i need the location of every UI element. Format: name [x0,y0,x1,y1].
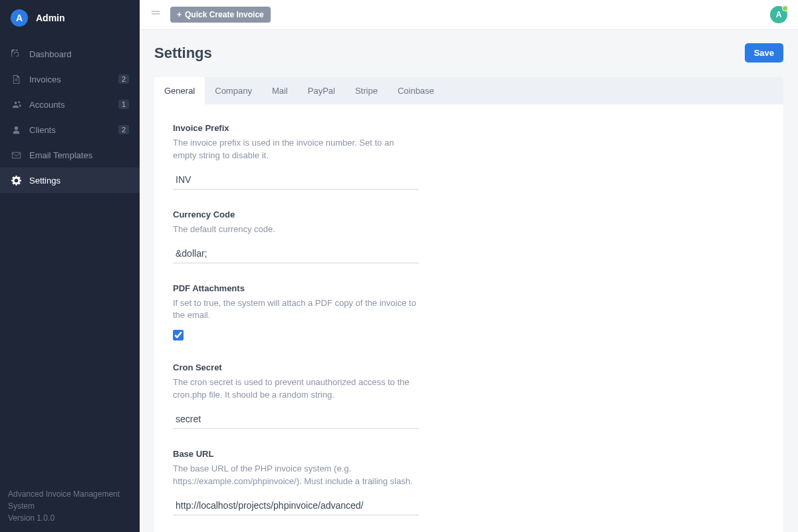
sidebar-item-accounts[interactable]: Accounts 1 [0,92,140,117]
invoice-prefix-label: Invoice Prefix [173,123,419,133]
sidebar-item-clients[interactable]: Clients 2 [0,117,140,142]
sidebar-header: A Admin [0,0,140,36]
sidebar-item-label: Invoices [29,74,61,84]
tab-company[interactable]: Company [205,77,262,104]
pdf-attachments-checkbox[interactable] [173,330,184,340]
form-group-pdf-attachments: PDF Attachments If set to true, the syst… [173,283,419,343]
mail-icon [11,150,21,160]
document-icon [11,74,21,84]
sidebar-nav: Dashboard Invoices 2 Accounts 1 Clients … [0,36,140,481]
invoice-prefix-desc: The invoice prefix is used in the invoic… [173,137,419,162]
quick-create-invoice-button[interactable]: + Quick Create Invoice [170,7,271,23]
quick-create-label: Quick Create Invoice [185,10,264,19]
invoice-prefix-input[interactable] [173,170,419,190]
form-group-invoice-prefix: Invoice Prefix The invoice prefix is use… [173,123,419,190]
users-icon [11,99,21,110]
page-header: Settings Save [154,43,783,63]
sidebar-item-label: Email Templates [29,150,92,160]
page-title: Settings [154,45,212,62]
brand-label: Admin [36,13,65,23]
plus-icon: + [177,10,182,19]
settings-icon [11,175,21,186]
form-group-cron-secret: Cron Secret The cron secret is used to p… [173,362,419,429]
sidebar-footer: Advanced Invoice Management System Versi… [0,481,140,532]
main: + Quick Create Invoice A Settings Save G… [140,0,798,532]
topbar-right: A [770,6,787,23]
cron-secret-input[interactable] [173,410,419,429]
tab-paypal[interactable]: PayPal [298,77,345,104]
menu-toggle-icon[interactable] [150,9,161,20]
sidebar-item-label: Dashboard [29,49,72,59]
sidebar-item-invoices[interactable]: Invoices 2 [0,66,140,92]
footer-line1: Advanced Invoice Management System [8,488,132,512]
dashboard-icon [11,49,21,59]
sidebar-item-dashboard[interactable]: Dashboard [0,41,140,66]
content: Settings Save General Company Mail PayPa… [140,30,798,532]
user-icon [11,124,21,135]
sidebar-item-email-templates[interactable]: Email Templates [0,142,140,168]
sidebar-badge: 2 [118,125,129,134]
tab-coinbase[interactable]: Coinbase [388,77,444,104]
sidebar-badge: 2 [118,74,129,84]
base-url-input[interactable] [173,496,419,515]
base-url-desc: The base URL of the PHP invoice system (… [173,463,419,488]
pdf-attachments-label: PDF Attachments [173,283,419,293]
currency-code-desc: The default currency code. [173,223,419,236]
base-url-label: Base URL [173,449,419,459]
sidebar-item-label: Settings [29,176,61,186]
sidebar-badge: 1 [118,100,129,109]
cron-secret-desc: The cron secret is used to prevent unaut… [173,376,419,402]
topbar: + Quick Create Invoice A [140,0,798,30]
form-group-base-url: Base URL The base URL of the PHP invoice… [173,449,419,515]
sidebar-item-label: Accounts [29,100,65,110]
form-body: Invoice Prefix The invoice prefix is use… [154,104,783,532]
cron-secret-label: Cron Secret [173,362,419,372]
currency-code-label: Currency Code [173,209,419,219]
save-button[interactable]: Save [745,43,783,63]
brand-avatar: A [11,9,28,27]
settings-tabs: General Company Mail PayPal Stripe Coinb… [154,77,783,104]
pdf-attachments-desc: If set to true, the system will attach a… [173,297,419,323]
footer-line2: Version 1.0.0 [8,512,132,524]
tab-stripe[interactable]: Stripe [345,77,388,104]
tab-general[interactable]: General [154,77,205,104]
sidebar-item-label: Clients [29,125,56,135]
sidebar: A Admin Dashboard Invoices 2 Accounts 1 … [0,0,140,532]
tab-mail[interactable]: Mail [262,77,298,104]
topbar-left: + Quick Create Invoice [150,7,271,23]
sidebar-item-settings[interactable]: Settings [0,168,140,193]
user-avatar[interactable]: A [770,6,787,23]
settings-card: General Company Mail PayPal Stripe Coinb… [154,77,783,532]
form-group-currency-code: Currency Code The default currency code. [173,209,419,263]
currency-code-input[interactable] [173,244,419,263]
